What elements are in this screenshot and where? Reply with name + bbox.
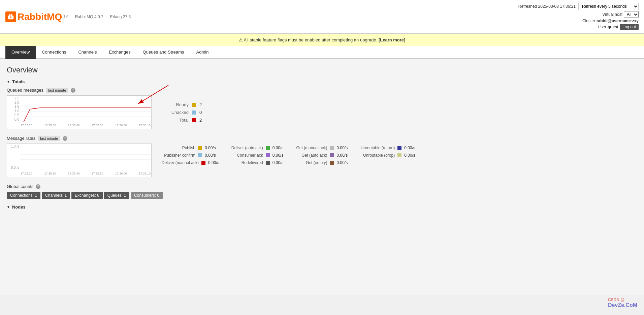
redelivered-value: 0.00/s <box>272 160 284 165</box>
nav-item-exchanges[interactable]: Exchanges <box>103 46 136 59</box>
total-label: Total <box>162 118 189 123</box>
rates-x-labels: 17:35:20 17:35:30 17:35:40 17:35:50 17:3… <box>20 170 151 177</box>
chart-area-queued <box>20 96 151 122</box>
ready-color <box>192 103 196 107</box>
consumer-ack-label: Consumer ack <box>229 153 263 158</box>
unacked-color <box>192 111 196 115</box>
svg-rect-2 <box>11 14 12 16</box>
vhost-label: Virtual host <box>602 12 622 17</box>
queued-chart-svg <box>20 96 151 122</box>
deliver-auto-color <box>266 146 270 150</box>
queued-help-icon[interactable]: ? <box>71 88 75 93</box>
global-counts-section: Global counts ? Connections: 1 Channels:… <box>7 184 637 199</box>
refresh-select[interactable]: Refresh every 5 seconds Every 10 seconds… <box>578 3 639 10</box>
legend-row-unacked: Unacked 0 <box>162 110 202 115</box>
ready-value: 2 <box>199 102 202 107</box>
refresh-row: Refreshed 2025-03-08 17:36:21 Refresh ev… <box>518 3 639 10</box>
rates-chart-svg <box>20 144 151 170</box>
rate-get-empty: Get (empty) 0.00/s <box>293 160 348 165</box>
exchanges-count[interactable]: Exchanges: 8 <box>71 192 103 199</box>
nav: Overview Connections Channels Exchanges … <box>0 46 644 59</box>
get-auto-value: 0.00/s <box>336 153 348 158</box>
rates-chart-area <box>20 144 151 170</box>
logout-button[interactable]: Log out <box>620 24 639 30</box>
unroutable-drop-color <box>397 153 401 157</box>
header: RabbitMQTM RabbitMQ 4.0.7 Erlang 27.3 Re… <box>0 0 644 34</box>
nodes-section: ▼ Nodes <box>7 204 637 210</box>
connections-count[interactable]: Connections: 1 <box>7 192 40 199</box>
cluster-label: Cluster <box>582 19 595 23</box>
rate-publisher-confirm: Publisher confirm 0.00/s <box>162 153 219 158</box>
rabbitmq-version: RabbitMQ 4.0.7 <box>75 14 103 19</box>
rate-unroutable-return: Unroutable (return) 0.00/s <box>358 146 415 150</box>
redelivered-color <box>266 161 270 165</box>
channels-count[interactable]: Channels: 1 <box>42 192 70 199</box>
message-rates-label: Message rates <box>7 136 35 141</box>
consumer-ack-color <box>266 153 270 157</box>
user-label: User <box>598 25 606 29</box>
nav-item-channels[interactable]: Channels <box>72 46 103 59</box>
rates-col-2: Deliver (auto ack) 0.00/s Consumer ack 0… <box>229 146 284 165</box>
rates-col-4: Unroutable (return) 0.00/s Unroutable (d… <box>358 146 415 165</box>
queued-messages-section: Queued messages last minute ? 2.5 2.0 1.… <box>7 88 637 129</box>
nodes-label: Nodes <box>12 204 26 210</box>
totals-triangle: ▼ <box>7 80 10 84</box>
global-counts-label: Global counts <box>7 184 34 189</box>
queues-count[interactable]: Queues: 1 <box>104 192 129 199</box>
user-value: guest <box>608 25 618 29</box>
rates-col-3: Get (manual ack) 0.00/s Get (auto ack) 0… <box>293 146 348 165</box>
user-row: User guest Log out <box>518 24 639 30</box>
get-empty-label: Get (empty) <box>293 160 327 165</box>
publisher-confirm-value: 0.00/s <box>205 153 216 158</box>
svg-rect-3 <box>10 17 11 18</box>
global-counts-help[interactable]: ? <box>36 184 40 189</box>
rates-period-badge[interactable]: last minute <box>38 136 60 141</box>
logo: RabbitMQTM <box>5 11 68 22</box>
nav-item-overview[interactable]: Overview <box>5 46 36 59</box>
rate-get-auto: Get (auto ack) 0.00/s <box>293 153 348 158</box>
deliver-manual-value: 0.00/s <box>208 160 219 165</box>
nav-item-admin[interactable]: Admin <box>190 46 215 59</box>
warning-banner: ⚠ All stable feature flags must be enabl… <box>0 34 644 46</box>
nav-item-connections[interactable]: Connections <box>36 46 72 59</box>
rate-publish: Publish 0.00/s <box>162 146 219 150</box>
legend-row-ready: Ready 2 <box>162 102 202 107</box>
chart-x-labels-queued: 17:35:20 17:35:30 17:35:40 17:35:50 17:3… <box>20 122 151 129</box>
total-color <box>192 118 196 122</box>
deliver-auto-value: 0.00/s <box>272 146 284 150</box>
unroutable-return-color <box>397 146 401 150</box>
unacked-value: 0 <box>199 110 202 115</box>
queued-messages-title: Queued messages last minute ? <box>7 88 637 93</box>
rates-col-1: Publish 0.00/s Publisher confirm 0.00/s … <box>162 146 219 165</box>
nodes-header[interactable]: ▼ Nodes <box>7 204 637 210</box>
queued-legend-container: Ready 2 Unacked 0 Total 2 <box>162 95 202 123</box>
header-left: RabbitMQTM RabbitMQ 4.0.7 Erlang 27.3 <box>5 11 131 22</box>
get-auto-label: Get (auto ack) <box>293 153 327 158</box>
queued-chart-row: 2.5 2.0 1.5 1.0 0.5 0.0 <box>7 95 637 129</box>
learn-more-link[interactable]: [Learn more] <box>379 37 405 42</box>
rates-chart-row: 1.0 /s 0.0 /s <box>7 144 637 177</box>
main-content: Overview ▼ Totals Queued messages last m… <box>0 59 644 295</box>
rate-consumer-ack: Consumer ack 0.00/s <box>229 153 284 158</box>
totals-header[interactable]: ▼ Totals <box>7 79 637 84</box>
global-counts-title: Global counts ? <box>7 184 637 189</box>
unacked-label: Unacked <box>162 110 189 115</box>
rates-help-icon[interactable]: ? <box>63 136 67 141</box>
totals-label: Totals <box>12 79 25 84</box>
vhost-select[interactable]: All / <box>624 11 639 18</box>
get-manual-value: 0.00/s <box>336 146 348 150</box>
consumers-count[interactable]: Consumers: 0 <box>131 192 163 199</box>
nav-item-queues[interactable]: Queues and Streams <box>137 46 190 59</box>
queued-period-badge[interactable]: last minute <box>46 88 68 93</box>
get-auto-color <box>330 153 334 157</box>
get-empty-color <box>330 161 334 165</box>
unroutable-return-label: Unroutable (return) <box>358 146 395 150</box>
ready-label: Ready <box>162 102 189 107</box>
queued-messages-label: Queued messages <box>7 88 43 93</box>
rate-get-manual: Get (manual ack) 0.00/s <box>293 146 348 150</box>
unroutable-return-value: 0.00/s <box>404 146 415 150</box>
svg-rect-1 <box>9 14 10 16</box>
publish-color <box>198 146 202 150</box>
rates-legend: Publish 0.00/s Publisher confirm 0.00/s … <box>162 144 415 165</box>
chart-y-labels: 2.5 2.0 1.5 1.0 0.5 0.0 <box>7 96 20 122</box>
